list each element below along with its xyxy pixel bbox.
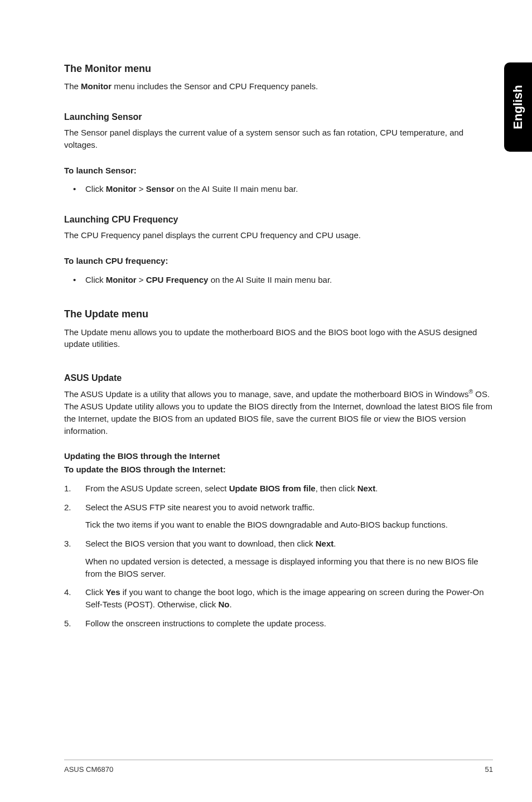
text-bold: Next [357, 484, 376, 493]
text-bold: Monitor [106, 275, 137, 284]
list-item: 4. Click Yes if you want to change the b… [85, 586, 493, 611]
text-bold: Monitor [106, 184, 137, 194]
cpu-bullet-list: Click Monitor > CPU Frequency on the AI … [64, 274, 493, 286]
launching-cpu-title: Launching CPU Frequency [64, 213, 493, 226]
text: Select the ASUS FTP site nearest you to … [85, 503, 315, 512]
update-menu-intro: The Update menu allows you to update the… [64, 326, 493, 351]
text-bold: CPU Frequency [146, 275, 209, 284]
launching-sensor-title: Launching Sensor [64, 110, 493, 123]
text: The ASUS Update is a utility that allows… [64, 389, 468, 399]
launching-sensor-desc: The Sensor panel displays the current va… [64, 127, 493, 151]
update-menu-title: The Update menu [64, 307, 493, 321]
step-number: 3. [64, 538, 71, 550]
text: . [229, 600, 231, 609]
list-item: 1. From the ASUS Update screen, select U… [85, 482, 493, 495]
list-item: 5. Follow the onscreen instructions to c… [85, 617, 493, 630]
page-footer: ASUS CM6870 51 [64, 760, 493, 775]
text: Click [85, 184, 106, 194]
registered-icon: ® [468, 388, 473, 395]
asus-update-desc: The ASUS Update is a utility that allows… [64, 388, 493, 437]
step-number: 5. [64, 617, 71, 630]
step-number: 1. [64, 482, 71, 495]
text-bold: Next [316, 539, 334, 548]
to-update-bios-label: To update the BIOS through the Internet: [64, 463, 493, 476]
text: Click [85, 275, 106, 284]
text: , then click [316, 484, 357, 493]
text-bold: No [218, 600, 229, 609]
text: The [64, 81, 81, 91]
step-subtext: When no updated version is detected, a m… [85, 555, 493, 580]
to-launch-sensor-label: To launch Sensor: [64, 165, 493, 177]
language-tab-label: English [509, 85, 527, 129]
text-bold: Update BIOS from file [229, 484, 316, 493]
update-steps-list: 1. From the ASUS Update screen, select U… [64, 482, 493, 630]
text-bold: Monitor [81, 81, 112, 91]
step-subtext: Tick the two items if you want to enable… [85, 519, 493, 531]
footer-left: ASUS CM6870 [64, 765, 113, 775]
step-number: 4. [64, 586, 71, 598]
list-item: Click Monitor > CPU Frequency on the AI … [85, 274, 493, 286]
text: Click [85, 587, 106, 597]
step-number: 2. [64, 501, 71, 514]
text: on the AI Suite II main menu bar. [175, 184, 298, 194]
to-launch-cpu-label: To launch CPU frequency: [64, 255, 493, 267]
text: on the AI Suite II main menu bar. [208, 275, 332, 284]
text: Follow the onscreen instructions to comp… [85, 619, 326, 628]
text-bold: Sensor [146, 184, 175, 194]
text: > [137, 275, 146, 284]
text: Select the BIOS version that you want to… [85, 539, 316, 548]
asus-update-title: ASUS Update [64, 371, 493, 384]
list-item: 3. Select the BIOS version that you want… [85, 538, 493, 579]
monitor-menu-title: The Monitor menu [64, 61, 493, 76]
text: From the ASUS Update screen, select [85, 484, 229, 493]
list-item: Click Monitor > Sensor on the AI Suite I… [85, 183, 493, 195]
footer-page-number: 51 [485, 765, 493, 775]
text: > [137, 184, 146, 194]
updating-bios-internet-title: Updating the BIOS through the Internet [64, 450, 493, 462]
text-bold: Yes [106, 587, 120, 597]
text: menu includes the Sensor and CPU Frequen… [112, 81, 318, 91]
language-tab: English [504, 62, 532, 152]
sensor-bullet-list: Click Monitor > Sensor on the AI Suite I… [64, 183, 493, 195]
text: . [375, 484, 378, 493]
launching-cpu-desc: The CPU Frequency panel displays the cur… [64, 229, 493, 241]
text: if you want to change the boot logo, whi… [85, 587, 484, 609]
text: . [333, 539, 336, 548]
list-item: 2. Select the ASUS FTP site nearest you … [85, 501, 493, 532]
monitor-menu-intro: The Monitor menu includes the Sensor and… [64, 80, 493, 93]
